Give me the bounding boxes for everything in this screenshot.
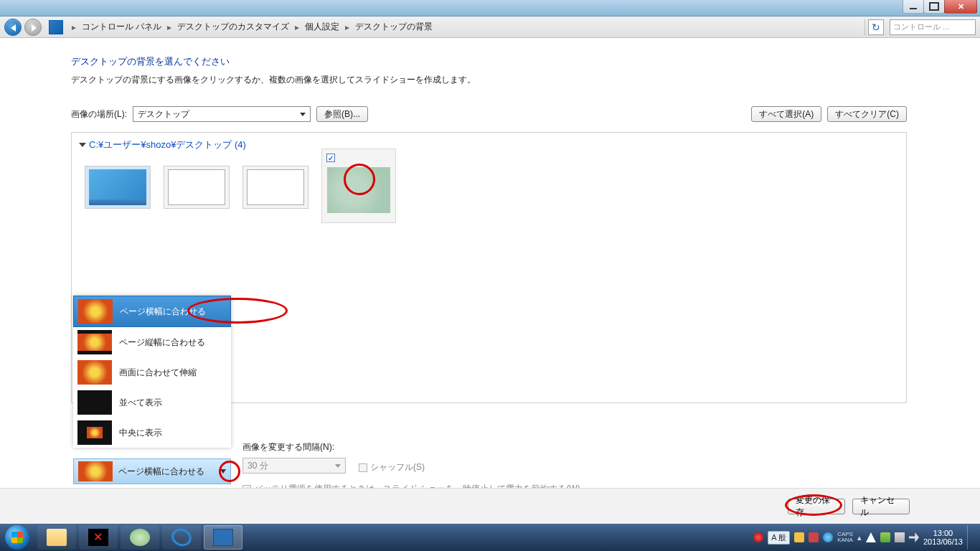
refresh-button[interactable]: ↻ <box>868 19 884 35</box>
collapse-icon <box>79 143 86 147</box>
crumb-customize[interactable]: デスクトップのカスタマイズ <box>174 21 292 33</box>
messenger-icon <box>130 529 150 546</box>
back-button[interactable] <box>4 19 22 36</box>
clock-date: 2013/06/13 <box>923 537 963 546</box>
flag-icon[interactable] <box>866 532 876 542</box>
tray-icon[interactable] <box>794 532 804 542</box>
window-frame: ✕ <box>0 0 980 17</box>
window-minimize-button[interactable] <box>903 0 924 14</box>
shuffle-label: シャッフル(S) <box>370 461 425 474</box>
footer-bar: 変更の保存 キャンセル <box>0 488 980 524</box>
browse-button[interactable]: 参照(B)... <box>316 106 368 122</box>
fit-option-fit[interactable]: ページ縦幅に合わせる <box>73 327 231 357</box>
app-icon: ✕ <box>88 529 108 546</box>
tray-icon[interactable] <box>809 532 819 542</box>
location-value: デスクトップ <box>138 108 189 121</box>
shuffle-checkbox <box>359 463 367 472</box>
chevron-down-icon <box>335 464 341 468</box>
thumbnail-2[interactable] <box>164 166 230 209</box>
taskbar-explorer[interactable] <box>37 525 76 550</box>
fit-option-tile-label: 並べて表示 <box>119 397 162 409</box>
interval-value: 30 分 <box>248 460 268 472</box>
clear-all-button[interactable]: すべてクリア(C) <box>827 106 907 122</box>
save-button[interactable]: 変更の保存 <box>788 499 845 514</box>
taskbar-app-1[interactable]: ✕ <box>79 525 118 550</box>
volume-icon[interactable] <box>909 532 919 542</box>
forward-button[interactable] <box>24 19 42 36</box>
control-panel-icon <box>49 20 63 34</box>
annotation-circle <box>344 164 375 195</box>
location-label: 画像の場所(L): <box>71 108 127 121</box>
crumb-personalize[interactable]: 個人設定 <box>302 21 342 33</box>
chevron-down-icon <box>300 113 306 116</box>
fit-option-center-label: 中央に表示 <box>119 427 162 439</box>
page-subtitle: デスクトップの背景にする画像をクリックするか、複数の画像を選択してスライドショー… <box>71 74 907 86</box>
tray-separator: ▴ <box>857 533 862 542</box>
fit-option-fill-label: ページ横幅に合わせる <box>120 306 206 318</box>
caps-kana-indicator: CAPSKANA <box>837 532 853 543</box>
fit-combo-label: ページ横幅に合わせる <box>118 466 215 478</box>
crumb-background[interactable]: デスクトップの背景 <box>352 21 435 33</box>
folder-icon <box>47 529 67 546</box>
taskbar-messenger[interactable] <box>121 525 159 550</box>
network-icon[interactable] <box>895 532 905 542</box>
fit-option-tile[interactable]: 並べて表示 <box>73 387 231 418</box>
tray-icon[interactable] <box>753 532 763 542</box>
interval-section: 画像を変更する間隔(N): 30 分 <box>242 441 346 474</box>
clock-time: 13:00 <box>923 529 963 537</box>
clock[interactable]: 13:00 2013/06/13 <box>923 529 963 546</box>
windows-orb-icon <box>5 525 29 550</box>
page-heading: デスクトップの背景を選んでください <box>71 55 907 68</box>
battery-icon[interactable] <box>880 532 890 542</box>
cancel-button[interactable]: キャンセル <box>852 499 910 514</box>
taskbar-control-panel[interactable] <box>204 525 242 550</box>
thumbnail-1[interactable] <box>85 166 151 209</box>
fit-option-center[interactable]: 中央に表示 <box>73 418 231 448</box>
help-icon[interactable] <box>823 532 833 542</box>
window-close-button[interactable]: ✕ <box>944 0 977 14</box>
thumbnail-4-selected[interactable]: ✓ <box>321 149 396 223</box>
show-desktop-button[interactable] <box>967 525 973 550</box>
ime-indicator[interactable]: A 般 <box>768 531 790 545</box>
fit-option-stretch-label: 画面に合わせて伸縮 <box>119 367 197 379</box>
location-combo[interactable]: デスクトップ <box>133 106 311 122</box>
taskbar-ie[interactable] <box>162 525 201 550</box>
fit-dropdown-list: ページ横幅に合わせる ページ縦幅に合わせる 画面に合わせて伸縮 並べて表示 中央… <box>73 296 231 448</box>
checkbox-checked-icon[interactable]: ✓ <box>326 154 335 162</box>
fit-option-stretch[interactable]: 画面に合わせて伸縮 <box>73 357 231 387</box>
fit-option-fill[interactable]: ページ横幅に合わせる <box>73 296 231 327</box>
fit-thumbnail-icon <box>78 461 113 481</box>
panel-header[interactable]: C:¥ユーザー¥shozo¥デスクトップ (4) <box>72 133 906 157</box>
ie-icon <box>169 526 194 549</box>
start-button[interactable] <box>0 524 34 551</box>
select-all-button[interactable]: すべて選択(A) <box>751 106 821 122</box>
control-panel-icon <box>213 529 233 546</box>
crumb-control-panel[interactable]: コントロール パネル <box>79 21 164 33</box>
system-tray: A 般 CAPSKANA ▴ 13:00 2013/06/13 <box>753 525 980 550</box>
panel-title: C:¥ユーザー¥shozo¥デスクトップ (4) <box>89 138 246 151</box>
search-input[interactable]: コントロール ... <box>890 19 976 35</box>
shuffle-checkbox-row: シャッフル(S) <box>359 461 425 474</box>
breadcrumb[interactable]: ▸ コントロール パネル ▸ デスクトップのカスタマイズ ▸ 個人設定 ▸ デス… <box>69 19 862 36</box>
window-maximize-button[interactable] <box>923 0 945 14</box>
thumbnail-3[interactable] <box>242 166 308 209</box>
interval-label: 画像を変更する間隔(N): <box>242 441 346 453</box>
interval-combo: 30 分 <box>242 458 346 474</box>
fit-combo[interactable]: ページ横幅に合わせる <box>73 458 231 484</box>
annotation-circle <box>219 461 240 482</box>
taskbar: ✕ A 般 CAPSKANA ▴ 13:00 2013/06/13 <box>0 524 980 551</box>
fit-option-fit-label: ページ縦幅に合わせる <box>119 336 205 349</box>
explorer-navbar: ▸ コントロール パネル ▸ デスクトップのカスタマイズ ▸ 個人設定 ▸ デス… <box>0 17 980 38</box>
